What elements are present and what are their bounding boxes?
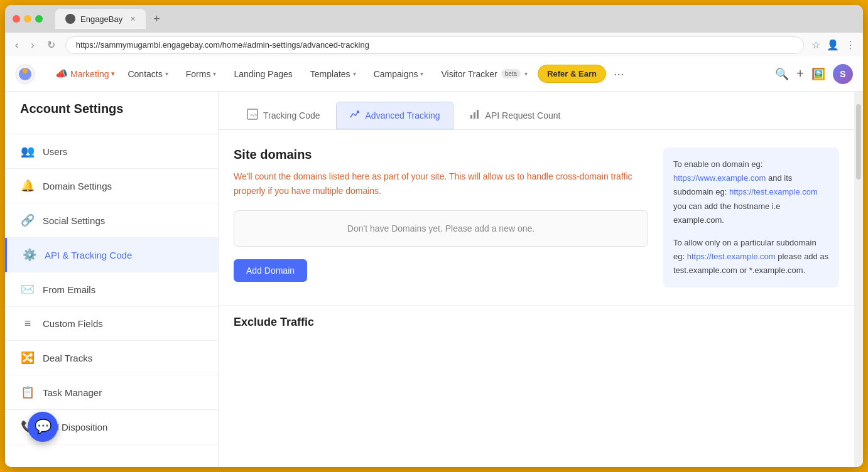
top-navigation: 📣 Marketing ▾ Contacts ▾ Forms ▾ Landing…: [5, 56, 863, 92]
sidebar-item-domain-settings[interactable]: 🔔 Domain Settings: [5, 169, 218, 203]
sidebar-users-label: Users: [43, 146, 67, 157]
site-domains-section: Site domains We'll count the domains lis…: [219, 130, 854, 305]
address-bar: ‹ › ↻ https://sammymugambi.engagebay.com…: [5, 33, 863, 56]
svg-point-3: [23, 68, 28, 73]
new-tab-button[interactable]: +: [153, 13, 160, 26]
scrollbar-thumb[interactable]: [856, 104, 861, 180]
notifications-icon[interactable]: 🖼️: [811, 67, 825, 81]
url-input[interactable]: https://sammymugambi.engagebay.com/home#…: [65, 36, 804, 54]
templates-nav-item[interactable]: Templates ▾: [303, 65, 364, 83]
add-icon[interactable]: +: [796, 67, 804, 81]
section-title: Site domains: [234, 148, 648, 162]
page-title: Account Settings: [20, 102, 203, 124]
sidebar-item-social-settings[interactable]: 🔗 Social Settings: [5, 203, 218, 238]
users-icon: 👥: [20, 144, 35, 158]
deal-tracks-icon: 🔀: [20, 351, 35, 365]
tab-advanced-tracking[interactable]: Advanced Tracking: [336, 102, 453, 129]
beta-badge: beta: [501, 69, 521, 78]
section-main: Site domains We'll count the domains lis…: [234, 148, 648, 287]
templates-label: Templates: [310, 69, 350, 79]
domain-settings-icon: 🔔: [20, 179, 35, 193]
refresh-button[interactable]: ↻: [45, 38, 58, 52]
campaigns-label: Campaigns: [374, 69, 418, 79]
app-logo[interactable]: [15, 64, 35, 84]
sidebar-item-from-emails[interactable]: ✉️ From Emails: [5, 272, 218, 307]
marketing-icon: 📣: [55, 68, 68, 80]
add-domain-button[interactable]: Add Domain: [234, 259, 307, 282]
sidebar-task-manager-label: Task Manager: [43, 387, 102, 398]
forward-button[interactable]: ›: [28, 38, 36, 52]
exclude-traffic-section: Exclude Traffic: [219, 305, 854, 334]
api-request-count-tab-label: API Request Count: [486, 110, 561, 121]
add-domain-button-label: Add Domain: [246, 266, 295, 276]
custom-fields-icon: ≡: [20, 317, 35, 330]
traffic-lights: [13, 15, 43, 23]
sidebar-nav: 👥 Users 🔔 Domain Settings 🔗 Social Setti…: [5, 134, 218, 444]
refer-earn-button[interactable]: Refer & Earn: [538, 65, 606, 83]
svg-rect-7: [470, 115, 472, 119]
tabs-bar: </> Tracking Code: [219, 92, 854, 130]
info-para-1: To enable on domain eg: https://www.exam…: [673, 158, 829, 227]
menu-icon[interactable]: ⋮: [845, 39, 855, 51]
sidebar-api-tracking-label: API & Tracking Code: [45, 250, 132, 260]
info-link-2: https://test.example.com: [729, 187, 818, 196]
tracking-code-tab-icon: </>: [247, 109, 258, 122]
visitor-tracker-label: Visitor Tracker: [441, 69, 497, 79]
chat-bubble-button[interactable]: 💬: [28, 412, 58, 442]
api-tracking-icon: ⚙️: [22, 248, 37, 262]
task-manager-icon: 📋: [20, 385, 35, 399]
landing-pages-nav-item[interactable]: Landing Pages: [226, 65, 300, 83]
tab-favicon: [65, 14, 75, 24]
more-options-icon: ···: [614, 67, 624, 80]
bookmark-icon[interactable]: ☆: [811, 39, 820, 51]
exclude-traffic-title: Exclude Traffic: [234, 316, 314, 328]
sidebar-domain-settings-label: Domain Settings: [43, 181, 112, 191]
contacts-nav-item[interactable]: Contacts ▾: [120, 65, 175, 83]
section-description: We'll count the domains listed here as p…: [234, 169, 648, 198]
empty-domains-box: Don't have Domains yet. Please add a new…: [234, 210, 648, 247]
desc-text-before: We'll count the: [234, 171, 293, 181]
campaigns-nav-item[interactable]: Campaigns ▾: [366, 65, 431, 83]
marketing-menu[interactable]: 📣 Marketing ▾: [50, 65, 120, 82]
more-options-button[interactable]: ···: [609, 64, 629, 83]
back-button[interactable]: ‹: [13, 38, 21, 52]
sidebar-item-task-manager[interactable]: 📋 Task Manager: [5, 375, 218, 410]
desc-highlight: domains listed here: [293, 171, 369, 181]
profile-icon[interactable]: 👤: [827, 39, 839, 51]
sidebar-deal-tracks-label: Deal Tracks: [43, 353, 92, 363]
sidebar-custom-fields-label: Custom Fields: [43, 318, 103, 329]
close-traffic-light[interactable]: [13, 15, 20, 23]
search-icon[interactable]: 🔍: [775, 67, 789, 81]
page-header: Account Settings: [5, 92, 218, 134]
tracking-code-tab-label: Tracking Code: [263, 110, 320, 121]
visitor-tracker-chevron-icon: ▾: [524, 70, 528, 77]
forms-nav-item[interactable]: Forms ▾: [178, 65, 224, 83]
nav-right-actions: 🔍 + 🖼️ S: [775, 64, 853, 84]
campaigns-chevron-icon: ▾: [420, 70, 423, 77]
sidebar-item-deal-tracks[interactable]: 🔀 Deal Tracks: [5, 341, 218, 375]
marketing-chevron-icon: ▾: [111, 70, 115, 78]
info-sidebar: To enable on domain eg: https://www.exam…: [663, 148, 839, 287]
scrollbar[interactable]: [854, 92, 863, 467]
templates-chevron-icon: ▾: [353, 70, 356, 77]
sidebar-item-users[interactable]: 👥 Users: [5, 134, 218, 169]
sidebar-item-custom-fields[interactable]: ≡ Custom Fields: [5, 307, 218, 341]
user-avatar[interactable]: S: [833, 64, 853, 84]
sidebar-item-api-tracking[interactable]: ⚙️ API & Tracking Code: [5, 238, 218, 272]
tab-title: EngageBay: [80, 14, 122, 24]
nav-items: Contacts ▾ Forms ▾ Landing Pages Templat…: [120, 64, 775, 83]
tab-close-button[interactable]: ✕: [130, 15, 136, 23]
landing-pages-label: Landing Pages: [234, 69, 292, 79]
tab-tracking-code[interactable]: </> Tracking Code: [234, 102, 334, 129]
svg-rect-8: [474, 112, 475, 119]
minimize-traffic-light[interactable]: [24, 15, 31, 23]
maximize-traffic-light[interactable]: [35, 15, 43, 23]
social-settings-icon: 🔗: [20, 213, 35, 227]
from-emails-icon: ✉️: [20, 282, 35, 296]
info-para-2: To allow only on a particular subdomain …: [673, 236, 829, 277]
sidebar-social-settings-label: Social Settings: [43, 215, 105, 226]
browser-tab[interactable]: EngageBay ✕: [55, 9, 146, 29]
tab-api-request-count[interactable]: API Request Count: [456, 102, 574, 129]
visitor-tracker-nav-item[interactable]: Visitor Tracker beta ▾: [433, 65, 535, 83]
chat-icon: 💬: [35, 419, 52, 435]
